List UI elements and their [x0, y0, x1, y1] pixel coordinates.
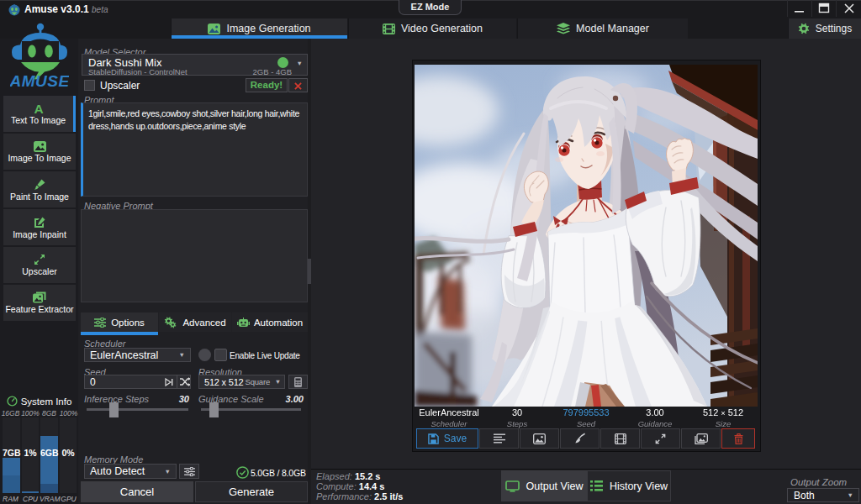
svg-text:A: A	[34, 102, 43, 114]
svg-text:AMUSE: AMUSE	[10, 72, 69, 90]
